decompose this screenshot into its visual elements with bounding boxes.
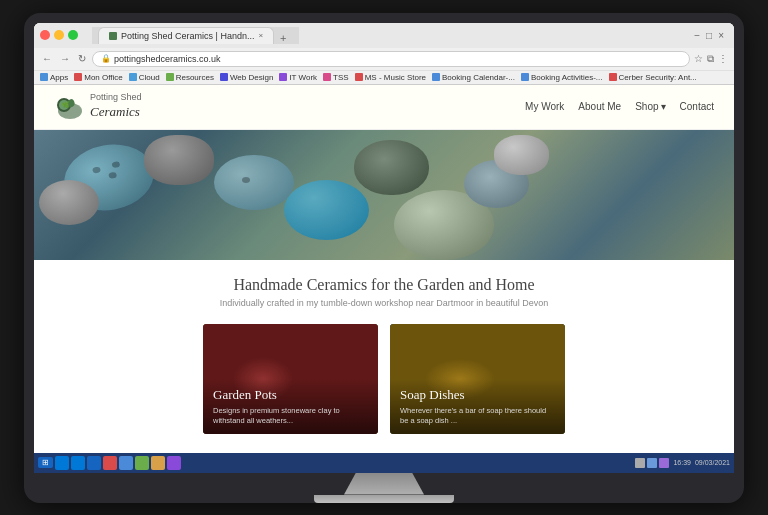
tab-title: Potting Shed Ceramics | Handn... (121, 31, 254, 41)
bookmark-tss[interactable]: TSS (323, 73, 349, 82)
product-card-garden-pots[interactable]: Garden Pots Designs in premium stoneware… (203, 324, 378, 434)
back-button[interactable]: ← (40, 52, 54, 65)
tagline-title: Handmade Ceramics for the Garden and Hom… (54, 276, 714, 294)
bookmark-mon-office-icon (74, 73, 82, 81)
monitor-base (314, 495, 454, 503)
tray-icons (635, 458, 669, 468)
nav-my-work[interactable]: My Work (525, 101, 564, 112)
ssl-lock-icon: 🔒 (101, 54, 111, 63)
card-desc-garden-pots: Designs in premium stoneware clay to wit… (213, 406, 368, 426)
address-bar[interactable]: 🔒 pottingshedceramics.co.uk (92, 51, 690, 67)
bookmark-mon-office[interactable]: Mon Office (74, 73, 123, 82)
tray-icon-3 (659, 458, 669, 468)
stone-4 (39, 180, 99, 225)
refresh-button[interactable]: ↻ (76, 52, 88, 65)
start-button[interactable]: ⊞ (38, 457, 53, 468)
nav-shop-arrow-icon: ▾ (661, 101, 666, 112)
monitor-stand (344, 473, 424, 495)
minimize-button[interactable] (54, 30, 64, 40)
bookmark-apps-icon (40, 73, 48, 81)
card-title-soap-dishes: Soap Dishes (400, 387, 555, 403)
browser-restore-icon[interactable]: □ (706, 30, 712, 41)
stone-9 (494, 135, 549, 175)
tray-icon-1 (635, 458, 645, 468)
taskbar-right: 16:39 09/03/2021 (635, 458, 730, 468)
tab-close-button[interactable]: × (258, 31, 263, 40)
bookmark-cloud-icon (129, 73, 137, 81)
bookmark-booking-cal-icon (432, 73, 440, 81)
hero-image (34, 130, 734, 260)
taskbar: ⊞ 16:39 09/03/2021 (34, 453, 734, 473)
bookmark-booking-cal[interactable]: Booking Calendar-... (432, 73, 515, 82)
url-display: pottingshedceramics.co.uk (114, 54, 221, 64)
main-content: Handmade Ceramics for the Garden and Hom… (34, 260, 734, 453)
product-card-soap-dishes[interactable]: Soap Dishes Wherever there's a bar of so… (390, 324, 565, 434)
tab-bar: Potting Shed Ceramics | Handn... × + (92, 27, 299, 44)
browser-close-icon[interactable]: × (718, 30, 724, 41)
address-bar-row: ← → ↻ 🔒 pottingshedceramics.co.uk ☆ ⧉ ⋮ (34, 48, 734, 70)
bookmark-web-design[interactable]: Web Design (220, 73, 273, 82)
browser-minimize-icon[interactable]: − (694, 30, 700, 41)
bookmark-resources-icon (166, 73, 174, 81)
bookmark-it-work[interactable]: IT Work (279, 73, 317, 82)
browser-chrome: Potting Shed Ceramics | Handn... × + − □… (34, 23, 734, 85)
tray-icon-2 (647, 458, 657, 468)
hero-stones (34, 130, 734, 260)
star-bookmark-icon[interactable]: ☆ (694, 53, 703, 64)
site-logo[interactable]: 🌿 Potting Shed Ceramics (54, 91, 142, 123)
extensions-icon[interactable]: ⧉ (707, 53, 714, 65)
bookmark-ms-icon (355, 73, 363, 81)
bookmark-web-design-icon (220, 73, 228, 81)
nav-about-me[interactable]: About Me (578, 101, 621, 112)
logo-icon: 🌿 (54, 91, 86, 123)
taskbar-search-icon[interactable] (55, 456, 69, 470)
card-content-1: Garden Pots Designs in premium stoneware… (203, 379, 378, 434)
active-tab[interactable]: Potting Shed Ceramics | Handn... × (98, 27, 274, 44)
taskbar-task-view-icon[interactable] (71, 456, 85, 470)
new-tab-button[interactable]: + (274, 32, 292, 44)
taskbar-app5-icon[interactable] (167, 456, 181, 470)
card-content-2: Soap Dishes Wherever there's a bar of so… (390, 379, 565, 434)
forward-button[interactable]: → (58, 52, 72, 65)
card-desc-soap-dishes: Wherever there's a bar of soap there sho… (400, 406, 555, 426)
bookmark-it-work-icon (279, 73, 287, 81)
stone-3 (214, 155, 294, 210)
stone-6 (354, 140, 429, 195)
logo-text: Potting Shed Ceramics (90, 92, 142, 121)
bookmark-booking-act-icon (521, 73, 529, 81)
product-cards: Garden Pots Designs in premium stoneware… (54, 324, 714, 434)
bookmark-cloud[interactable]: Cloud (129, 73, 160, 82)
website-content: 🌿 Potting Shed Ceramics My Work About Me… (34, 85, 734, 473)
monitor-screen: Potting Shed Ceramics | Handn... × + − □… (34, 23, 734, 473)
monitor: Potting Shed Ceramics | Handn... × + − □… (24, 13, 744, 503)
taskbar-edge-icon[interactable] (87, 456, 101, 470)
taskbar-app2-icon[interactable] (119, 456, 133, 470)
tab-favicon-icon (109, 32, 117, 40)
stone-2 (144, 135, 214, 185)
site-header: 🌿 Potting Shed Ceramics My Work About Me… (34, 85, 734, 130)
bookmark-booking-act[interactable]: Booking Activities-... (521, 73, 603, 82)
maximize-button[interactable] (68, 30, 78, 40)
taskbar-app1-icon[interactable] (103, 456, 117, 470)
bookmarks-bar: Apps Mon Office Cloud Resources Web Desi… (34, 70, 734, 84)
bookmark-apps[interactable]: Apps (40, 73, 68, 82)
menu-icon[interactable]: ⋮ (718, 53, 728, 64)
tagline-section: Handmade Ceramics for the Garden and Hom… (54, 276, 714, 308)
bookmark-tss-icon (323, 73, 331, 81)
title-bar: Potting Shed Ceramics | Handn... × + − □… (34, 23, 734, 48)
bookmark-ms[interactable]: MS - Music Store (355, 73, 426, 82)
taskbar-app4-icon[interactable] (151, 456, 165, 470)
tagline-subtitle: Individually crafted in my tumble-down w… (54, 298, 714, 308)
nav-contact[interactable]: Contact (680, 101, 714, 112)
bookmark-cerber-icon (609, 73, 617, 81)
taskbar-date: 09/03/2021 (695, 459, 730, 466)
nav-shop[interactable]: Shop ▾ (635, 101, 665, 112)
taskbar-app3-icon[interactable] (135, 456, 149, 470)
taskbar-time: 16:39 (673, 459, 691, 466)
bookmark-resources[interactable]: Resources (166, 73, 214, 82)
close-button[interactable] (40, 30, 50, 40)
stone-5 (284, 180, 369, 240)
bookmark-cerber[interactable]: Cerber Security: Ant... (609, 73, 697, 82)
card-title-garden-pots: Garden Pots (213, 387, 368, 403)
svg-text:🌿: 🌿 (62, 101, 70, 109)
